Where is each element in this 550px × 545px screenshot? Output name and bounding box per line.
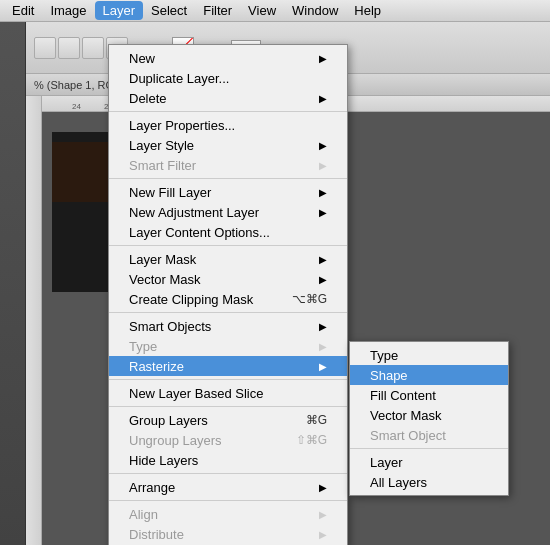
separator-2 (109, 178, 347, 179)
menubar: Edit Image Layer Select Filter View Wind… (0, 0, 550, 22)
submenu-arrow-adjustment: ▶ (319, 207, 327, 218)
ruler-vertical (26, 96, 42, 545)
menubar-item-view[interactable]: View (240, 1, 284, 20)
menu-item-new-adjustment-layer[interactable]: New Adjustment Layer ▶ (109, 202, 347, 222)
submenu-arrow-arrange: ▶ (319, 482, 327, 493)
menubar-item-edit[interactable]: Edit (4, 1, 42, 20)
menu-item-smart-objects[interactable]: Smart Objects ▶ (109, 316, 347, 336)
separator-8 (109, 500, 347, 501)
separator-4 (109, 312, 347, 313)
menu-item-hide-layers[interactable]: Hide Layers (109, 450, 347, 470)
rasterize-shape[interactable]: Shape (350, 365, 508, 385)
tool-btn-3[interactable] (82, 37, 104, 59)
menu-item-rasterize[interactable]: Rasterize ▶ (109, 356, 347, 376)
menu-item-ungroup-layers: Ungroup Layers ⇧⌘G (109, 430, 347, 450)
submenu-arrow-layer-style: ▶ (319, 140, 327, 151)
submenu-arrow-vector-mask: ▶ (319, 274, 327, 285)
submenu-arrow-fill: ▶ (319, 187, 327, 198)
menubar-item-select[interactable]: Select (143, 1, 195, 20)
separator-5 (109, 379, 347, 380)
layer-dropdown-menu: New ▶ Duplicate Layer... Delete ▶ Layer … (108, 44, 348, 545)
menu-item-new[interactable]: New ▶ (109, 48, 347, 68)
menu-item-layer-content-options[interactable]: Layer Content Options... (109, 222, 347, 242)
separator-7 (109, 473, 347, 474)
menubar-item-filter[interactable]: Filter (195, 1, 240, 20)
menu-item-new-fill-layer[interactable]: New Fill Layer ▶ (109, 182, 347, 202)
ruler-mark-24: 24 (72, 102, 81, 111)
rasterize-smart-object: Smart Object (350, 425, 508, 445)
separator-1 (109, 111, 347, 112)
menu-item-layer-style[interactable]: Layer Style ▶ (109, 135, 347, 155)
shortcut-group-layers: ⌘G (306, 413, 327, 427)
menu-item-layer-mask[interactable]: Layer Mask ▶ (109, 249, 347, 269)
submenu-arrow-type: ▶ (319, 341, 327, 352)
menubar-item-window[interactable]: Window (284, 1, 346, 20)
rasterize-all-layers[interactable]: All Layers (350, 472, 508, 492)
rasterize-separator (350, 448, 508, 449)
ps-workspace: Style: Color: % (Shape 1, RGB/8) * 24 26… (0, 22, 550, 545)
submenu-arrow-distribute: ▶ (319, 529, 327, 540)
submenu-arrow-new: ▶ (319, 53, 327, 64)
menubar-item-help[interactable]: Help (346, 1, 389, 20)
separator-3 (109, 245, 347, 246)
menubar-item-image[interactable]: Image (42, 1, 94, 20)
rasterize-type[interactable]: Type (350, 345, 508, 365)
rasterize-submenu: Type Shape Fill Content Vector Mask Smar… (349, 341, 509, 496)
menu-item-type: Type ▶ (109, 336, 347, 356)
rasterize-fill-content[interactable]: Fill Content (350, 385, 508, 405)
menu-item-distribute: Distribute ▶ (109, 524, 347, 544)
menu-item-delete[interactable]: Delete ▶ (109, 88, 347, 108)
vertical-toolbar (0, 22, 26, 545)
menu-item-layer-properties[interactable]: Layer Properties... (109, 115, 347, 135)
menu-item-duplicate[interactable]: Duplicate Layer... (109, 68, 347, 88)
menu-item-group-layers[interactable]: Group Layers ⌘G (109, 410, 347, 430)
menubar-item-layer[interactable]: Layer (95, 1, 144, 20)
rasterize-layer[interactable]: Layer (350, 452, 508, 472)
submenu-arrow-layer-mask: ▶ (319, 254, 327, 265)
shortcut-clipping-mask: ⌥⌘G (292, 292, 327, 306)
menu-item-align: Align ▶ (109, 504, 347, 524)
separator-6 (109, 406, 347, 407)
submenu-arrow-align: ▶ (319, 509, 327, 520)
menu-item-arrange[interactable]: Arrange ▶ (109, 477, 347, 497)
menu-item-new-layer-based-slice[interactable]: New Layer Based Slice (109, 383, 347, 403)
menu-item-vector-mask[interactable]: Vector Mask ▶ (109, 269, 347, 289)
submenu-arrow-smart-filter: ▶ (319, 160, 327, 171)
tool-btn-1[interactable] (34, 37, 56, 59)
menu-item-create-clipping-mask[interactable]: Create Clipping Mask ⌥⌘G (109, 289, 347, 309)
shortcut-ungroup-layers: ⇧⌘G (296, 433, 327, 447)
menu-item-smart-filter: Smart Filter ▶ (109, 155, 347, 175)
submenu-arrow-delete: ▶ (319, 93, 327, 104)
tool-btn-2[interactable] (58, 37, 80, 59)
submenu-arrow-rasterize: ▶ (319, 361, 327, 372)
submenu-arrow-smart-objects: ▶ (319, 321, 327, 332)
rasterize-vector-mask[interactable]: Vector Mask (350, 405, 508, 425)
